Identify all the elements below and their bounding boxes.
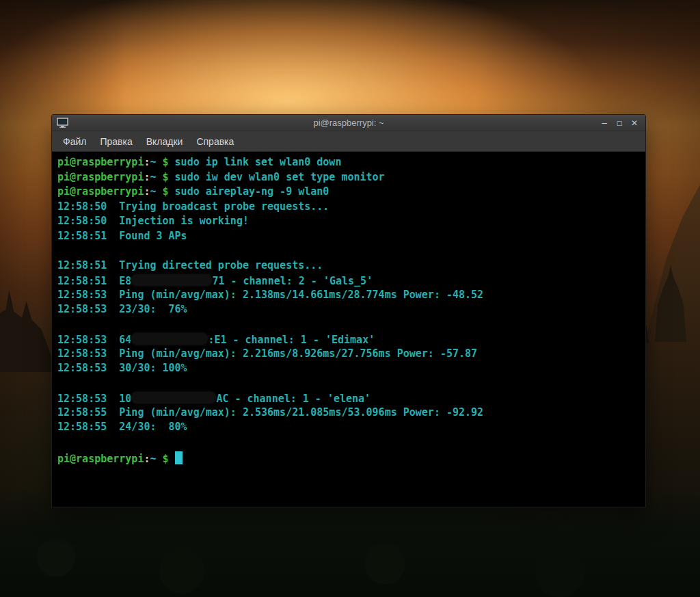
terminal-text: 12:58:53 64 bbox=[57, 334, 131, 346]
terminal-line: 12:58:51 Found 3 APs bbox=[57, 229, 640, 244]
terminal-text: sudo iw dev wlan0 set type monitor bbox=[175, 171, 385, 183]
terminal-line: pi@raspberrypi:~ $ sudo ip link set wlan… bbox=[57, 155, 640, 170]
terminal-line bbox=[57, 376, 640, 391]
terminal-line: 12:58:51 E871 - channel: 2 - 'Gals_5' bbox=[57, 273, 640, 288]
terminal-text: 12:58:51 Trying directed probe requests.… bbox=[57, 259, 323, 271]
menu-tabs[interactable]: Вкладки bbox=[139, 133, 190, 150]
terminal-menubar: Файл Правка Вкладки Справка bbox=[52, 131, 645, 152]
terminal-line bbox=[57, 435, 640, 450]
terminal-line bbox=[57, 243, 640, 258]
terminal-app-icon bbox=[57, 118, 68, 128]
menu-edit[interactable]: Правка bbox=[93, 133, 139, 150]
terminal-line: pi@raspberrypi:~ $ sudo aireplay-ng -9 w… bbox=[57, 185, 640, 200]
terminal-line: 12:58:53 Ping (min/avg/max): 2.138ms/14.… bbox=[57, 288, 640, 303]
pagoda-silhouette-left bbox=[0, 290, 57, 372]
menu-file[interactable]: Файл bbox=[56, 133, 93, 150]
terminal-text: 12:58:53 10 bbox=[57, 393, 131, 405]
terminal-text: 12:58:50 Injection is working! bbox=[57, 215, 249, 227]
terminal-line: 12:58:53 30/30: 100% bbox=[57, 361, 640, 376]
terminal-text: $ bbox=[157, 156, 175, 168]
terminal-line bbox=[57, 317, 640, 332]
terminal-text: 71 - channel: 2 - 'Gals_5' bbox=[212, 275, 373, 287]
terminal-text: 12:58:53 23/30: 76% bbox=[57, 303, 187, 315]
window-titlebar[interactable]: pi@raspberrypi: ~ − □ ✕ bbox=[52, 115, 645, 131]
terminal-text: pi@raspberrypi bbox=[57, 171, 144, 183]
terminal-line: 12:58:53 Ping (min/avg/max): 2.216ms/8.9… bbox=[57, 347, 640, 362]
terminal-text: 12:58:55 Ping (min/avg/max): 2.536ms/21.… bbox=[57, 406, 483, 419]
terminal-line: 12:58:53 23/30: 76% bbox=[57, 302, 640, 317]
terminal-line: pi@raspberrypi:~ $ bbox=[57, 449, 640, 464]
redaction-blob bbox=[131, 274, 212, 286]
redaction-blob bbox=[131, 392, 216, 403]
menu-help[interactable]: Справка bbox=[189, 133, 241, 150]
terminal-line: 12:58:50 Injection is working! bbox=[57, 214, 640, 229]
terminal-text: sudo ip link set wlan0 down bbox=[175, 156, 342, 168]
terminal-cursor bbox=[175, 451, 183, 464]
terminal-text: ~ bbox=[150, 453, 156, 465]
terminal-text: 12:58:51 Found 3 APs bbox=[57, 230, 187, 242]
terminal-text: pi@raspberrypi bbox=[57, 185, 144, 198]
terminal-text: sudo aireplay-ng -9 wlan0 bbox=[175, 185, 329, 198]
terminal-line: 12:58:53 64:E1 - channel: 1 - 'Edimax' bbox=[57, 332, 640, 347]
terminal-window: pi@raspberrypi: ~ − □ ✕ Файл Правка Вкла… bbox=[51, 114, 646, 507]
terminal-text: 12:58:50 Trying broadcast probe requests… bbox=[57, 200, 329, 213]
terminal-text: $ bbox=[157, 453, 175, 465]
maximize-button[interactable]: □ bbox=[614, 118, 625, 129]
terminal-text: :E1 - channel: 1 - 'Edimax' bbox=[208, 334, 375, 346]
terminal-text: AC - channel: 1 - 'elena' bbox=[216, 393, 371, 405]
redaction-blob bbox=[131, 333, 208, 345]
terminal-text: ~ bbox=[150, 171, 156, 183]
terminal-text: $ bbox=[157, 185, 175, 198]
terminal-text: 12:58:53 30/30: 100% bbox=[57, 362, 187, 374]
terminal-text: ~ bbox=[150, 156, 156, 168]
terminal-line: pi@raspberrypi:~ $ sudo iw dev wlan0 set… bbox=[57, 170, 640, 185]
terminal-line: 12:58:55 Ping (min/avg/max): 2.536ms/21.… bbox=[57, 406, 640, 421]
terminal-text: 12:58:51 E8 bbox=[57, 275, 131, 287]
window-controls: − □ ✕ bbox=[599, 118, 645, 129]
terminal-line: 12:58:51 Trying directed probe requests.… bbox=[57, 258, 640, 274]
terminal-line: 12:58:50 Trying broadcast probe requests… bbox=[57, 200, 640, 215]
terminal-text: 12:58:53 Ping (min/avg/max): 2.138ms/14.… bbox=[57, 289, 483, 301]
terminal-text: 12:58:53 Ping (min/avg/max): 2.216ms/8.9… bbox=[57, 347, 477, 360]
terminal-line: 12:58:53 10AC - channel: 1 - 'elena' bbox=[57, 390, 640, 406]
terminal-text: pi@raspberrypi bbox=[57, 156, 144, 168]
terminal-text: ~ bbox=[150, 185, 156, 198]
terminal-text: $ bbox=[157, 171, 175, 183]
close-button[interactable]: ✕ bbox=[629, 118, 640, 129]
minimize-button[interactable]: − bbox=[599, 118, 610, 129]
terminal-text: pi@raspberrypi bbox=[57, 453, 144, 465]
terminal-line: 12:58:55 24/30: 80% bbox=[57, 420, 640, 435]
window-title: pi@raspberrypi: ~ bbox=[52, 118, 645, 128]
terminal-text: 12:58:55 24/30: 80% bbox=[57, 421, 187, 433]
terminal-screen[interactable]: pi@raspberrypi:~ $ sudo ip link set wlan… bbox=[52, 152, 645, 507]
